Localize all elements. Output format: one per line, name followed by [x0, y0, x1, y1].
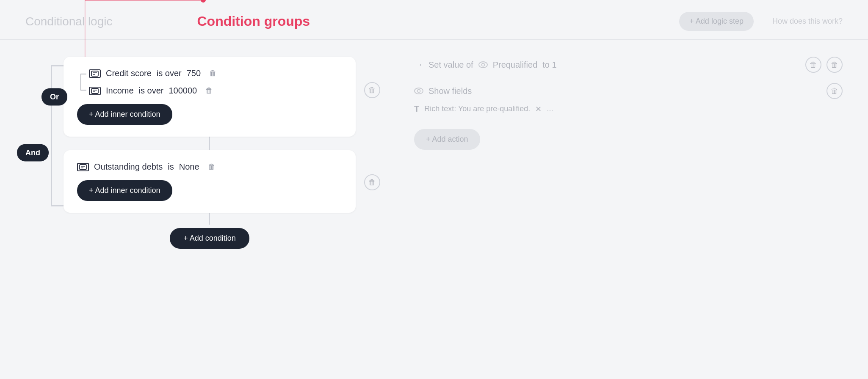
- condition-2-operator: is over: [139, 86, 164, 96]
- field-icon: [77, 163, 89, 171]
- set-value-field: Prequalified: [493, 60, 538, 70]
- add-action-button[interactable]: + Add action: [414, 129, 480, 150]
- bracket-line: [51, 65, 52, 206]
- condition-3-value: None: [179, 162, 199, 172]
- svg-rect-7: [91, 88, 98, 93]
- conditions-panel: And Or: [25, 57, 356, 249]
- set-value-label: Set value of: [428, 60, 473, 70]
- svg-point-16: [417, 90, 420, 93]
- show-fields-row: Show fields 🗑: [414, 83, 843, 99]
- actions-panel: → Set value of Prequalified to 1 🗑 🗑 Sho…: [389, 57, 843, 249]
- delete-condition-2-icon[interactable]: 🗑: [205, 86, 213, 95]
- svg-point-1: [201, 0, 206, 3]
- inner-bracket-line: [80, 74, 81, 91]
- condition-1-operator: is over: [157, 69, 182, 78]
- condition-groups-wrapper: Condition groups: [197, 14, 310, 29]
- rich-text-row: T Rich text: You are pre-qualified. ✕ ..…: [414, 104, 843, 114]
- condition-3-field: Outstanding debts: [94, 162, 163, 172]
- rich-text-label: Rich text: You are pre-qualified.: [424, 104, 530, 113]
- add-action-label: + Add action: [426, 135, 468, 144]
- delete-group-1-button[interactable]: 🗑: [364, 82, 380, 98]
- condition-row: Credit score is over 750 🗑: [89, 69, 217, 78]
- eye-icon: [414, 88, 423, 94]
- add-logic-step-button[interactable]: + Add logic step: [679, 12, 754, 31]
- eye-field-icon: [478, 61, 488, 68]
- delete-condition-1-icon[interactable]: 🗑: [209, 69, 217, 78]
- inner-conditions: Credit score is over 750 🗑 Income is ove…: [89, 69, 217, 96]
- delete-set-value-button[interactable]: 🗑: [805, 57, 821, 73]
- add-condition-button[interactable]: + Add condition: [170, 228, 249, 249]
- delete-set-value-button-2[interactable]: 🗑: [827, 57, 843, 73]
- and-badge[interactable]: And: [17, 144, 49, 162]
- svg-point-13: [479, 62, 487, 68]
- condition-2-value: 100000: [169, 86, 197, 96]
- group-card-2: Outstanding debts is None 🗑 + Add inner …: [64, 150, 356, 213]
- delete-show-fields-button[interactable]: 🗑: [827, 83, 843, 99]
- condition-row: Outstanding debts is None 🗑: [77, 162, 342, 172]
- condition-1-field: Credit score: [106, 69, 152, 78]
- group-connector: [209, 137, 210, 150]
- condition-row: Income is over 100000 🗑: [89, 86, 217, 96]
- svg-rect-10: [80, 165, 86, 170]
- add-inner-condition-button-2[interactable]: + Add inner condition: [77, 180, 172, 201]
- group-delete-area: 🗑 🗑: [356, 57, 389, 249]
- add-inner-condition-label-1: + Add inner condition: [89, 110, 160, 119]
- add-inner-condition-label-2: + Add inner condition: [89, 186, 160, 195]
- bottom-connector: [209, 213, 210, 225]
- rich-text-ellipsis: ...: [547, 104, 553, 113]
- field-icon: [89, 87, 101, 95]
- svg-point-15: [415, 88, 423, 94]
- condition-1-value: 750: [187, 69, 201, 78]
- main-content: And Or: [0, 40, 868, 266]
- add-inner-condition-button-1[interactable]: + Add inner condition: [77, 104, 172, 125]
- rich-text-dots: ✕: [535, 104, 542, 114]
- arrow-right-icon: →: [414, 59, 423, 70]
- delete-group-2-button[interactable]: 🗑: [364, 174, 380, 190]
- condition-3-operator: is: [168, 162, 174, 172]
- set-value-to: to 1: [542, 60, 556, 70]
- how-does-this-work-link[interactable]: How does this work?: [772, 17, 843, 26]
- group-card-1: Or Credit score is over: [64, 57, 356, 137]
- field-icon: [89, 69, 101, 78]
- groups-container: Or Credit score is over: [64, 57, 356, 249]
- condition-2-field: Income: [106, 86, 134, 96]
- condition-groups-label: Condition groups: [197, 14, 310, 29]
- set-value-action-row: → Set value of Prequalified to 1 🗑 🗑: [414, 57, 843, 73]
- header: Conditional logic Condition groups + Add…: [0, 0, 868, 40]
- svg-point-14: [481, 63, 484, 66]
- or-badge[interactable]: Or: [41, 88, 67, 105]
- t-icon: T: [414, 104, 419, 114]
- svg-rect-4: [91, 71, 98, 76]
- show-fields-label: Show fields: [428, 86, 472, 96]
- delete-condition-3-icon[interactable]: 🗑: [208, 162, 216, 171]
- page-title: Conditional logic: [25, 15, 112, 28]
- add-condition-label: + Add condition: [183, 234, 236, 243]
